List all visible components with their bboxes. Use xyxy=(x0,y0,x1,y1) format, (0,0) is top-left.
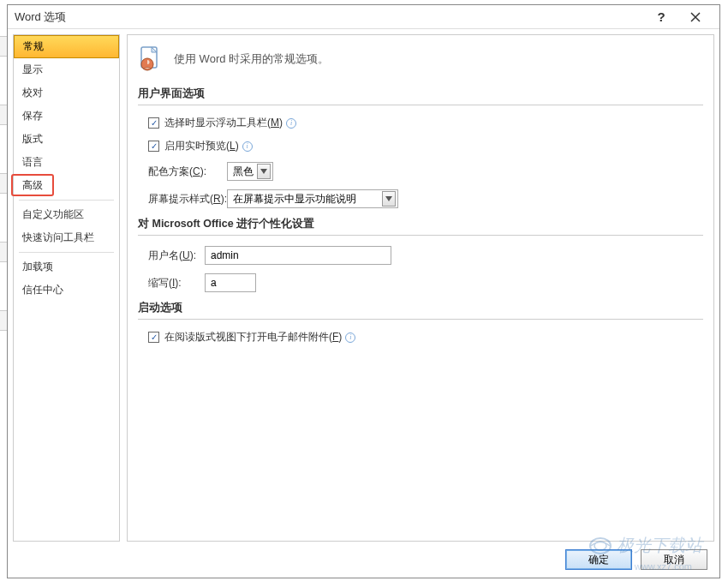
sidebar-item-proofing[interactable]: 校对 xyxy=(14,81,119,105)
help-button[interactable]: ? xyxy=(644,5,678,29)
sidebar-item-general[interactable]: 常规 xyxy=(14,35,119,58)
cancel-button[interactable]: 取消 xyxy=(641,549,707,570)
section-title-personalize: 对 Microsoft Office 进行个性化设置 xyxy=(138,217,703,236)
dropdown-button[interactable] xyxy=(257,164,271,179)
color-scheme-select[interactable]: 黑色 xyxy=(227,162,273,181)
general-options-icon xyxy=(138,45,165,73)
username-label: 用户名(U): xyxy=(148,249,205,263)
sidebar-item-trust-center[interactable]: 信任中心 xyxy=(14,279,119,302)
dialog-footer: 确定 取消 xyxy=(8,542,719,578)
content-header: 使用 Word 时采用的常规选项。 xyxy=(138,45,703,73)
info-icon[interactable] xyxy=(242,141,253,152)
reading-view-label: 在阅读版式视图下打开电子邮件附件(F) xyxy=(164,330,342,344)
color-scheme-label: 配色方案(C): xyxy=(148,165,227,179)
titlebar: Word 选项 ? xyxy=(8,5,719,29)
word-options-dialog: Word 选项 ? 常规 显示 校对 保存 版式 语言 高级 自定义功能区 快速… xyxy=(7,4,720,578)
info-icon[interactable] xyxy=(286,118,296,129)
sidebar-separator xyxy=(19,252,114,253)
content-header-text: 使用 Word 时采用的常规选项。 xyxy=(174,51,329,67)
live-preview-label: 启用实时预览(L) xyxy=(164,139,239,153)
sidebar-item-layout[interactable]: 版式 xyxy=(14,128,119,151)
info-icon[interactable] xyxy=(345,332,355,343)
mini-toolbar-label: 选择时显示浮动工具栏(M) xyxy=(164,116,283,130)
sidebar-item-save[interactable]: 保存 xyxy=(14,105,119,128)
mini-toolbar-checkbox[interactable] xyxy=(148,117,159,129)
sidebar-separator xyxy=(19,200,114,201)
dropdown-button[interactable] xyxy=(382,191,396,207)
section-title-startup: 启动选项 xyxy=(138,301,703,320)
sidebar-item-customize-ribbon[interactable]: 自定义功能区 xyxy=(14,203,119,226)
screentip-select[interactable]: 在屏幕提示中显示功能说明 xyxy=(227,189,398,208)
sidebar-item-addins[interactable]: 加载项 xyxy=(14,255,119,279)
color-scheme-value: 黑色 xyxy=(233,165,254,179)
initials-label: 缩写(I): xyxy=(148,276,205,291)
username-input[interactable] xyxy=(205,246,391,265)
sidebar: 常规 显示 校对 保存 版式 语言 高级 自定义功能区 快速访问工具栏 加载项 … xyxy=(13,34,120,542)
reading-view-checkbox[interactable] xyxy=(148,332,159,343)
sidebar-item-advanced[interactable]: 高级 xyxy=(14,174,119,197)
sidebar-item-language[interactable]: 语言 xyxy=(14,151,119,174)
close-button[interactable] xyxy=(678,5,713,29)
content-pane: 使用 Word 时采用的常规选项。 用户界面选项 选择时显示浮动工具栏(M) 启… xyxy=(127,34,714,542)
ok-button[interactable]: 确定 xyxy=(565,549,632,570)
sidebar-item-display[interactable]: 显示 xyxy=(14,58,119,81)
section-title-ui: 用户界面选项 xyxy=(138,87,703,105)
screentip-value: 在屏幕提示中显示功能说明 xyxy=(233,192,379,207)
live-preview-checkbox[interactable] xyxy=(148,141,159,152)
screentip-label: 屏幕提示样式(R): xyxy=(148,192,227,207)
sidebar-item-quick-access[interactable]: 快速访问工具栏 xyxy=(14,226,119,249)
initials-input[interactable] xyxy=(205,273,256,292)
dialog-title: Word 选项 xyxy=(15,9,644,25)
